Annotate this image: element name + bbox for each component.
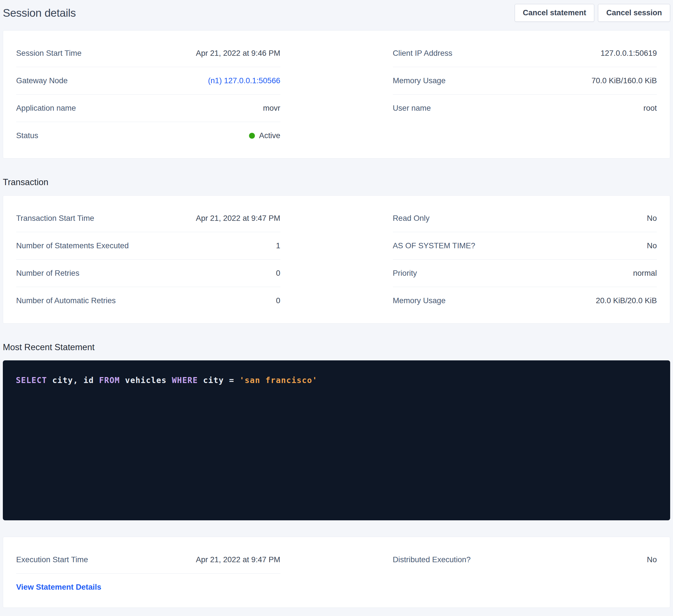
row-value: movr bbox=[263, 103, 280, 113]
transaction-start-time-row: Transaction Start Time Apr 21, 2022 at 9… bbox=[16, 205, 280, 232]
transaction-left-column: Transaction Start Time Apr 21, 2022 at 9… bbox=[16, 205, 280, 314]
number-of-retries-row: Number of Retries 0 bbox=[16, 260, 280, 287]
sql-token-string: 'san francisco' bbox=[239, 376, 317, 385]
as-of-system-time-row: AS OF SYSTEM TIME? No bbox=[393, 232, 657, 260]
distributed-execution-row: Distributed Execution? No bbox=[393, 546, 657, 573]
sql-token-keyword: FROM bbox=[99, 376, 120, 385]
row-value: root bbox=[644, 103, 657, 113]
execution-card: Execution Start Time Apr 21, 2022 at 9:4… bbox=[3, 537, 670, 608]
transaction-card: Transaction Start Time Apr 21, 2022 at 9… bbox=[3, 195, 670, 324]
active-status-dot-icon bbox=[249, 133, 255, 139]
row-label: Memory Usage bbox=[393, 76, 446, 85]
page-header: Session details Cancel statement Cancel … bbox=[3, 4, 670, 22]
statements-executed-row: Number of Statements Executed 1 bbox=[16, 232, 280, 260]
row-label: Number of Retries bbox=[16, 269, 79, 278]
row-value: Apr 21, 2022 at 9:47 PM bbox=[196, 555, 280, 564]
transaction-memory-usage-row: Memory Usage 20.0 KiB/20.0 KiB bbox=[393, 287, 657, 314]
row-label: Number of Statements Executed bbox=[16, 241, 129, 250]
sql-token-plain: city = bbox=[198, 376, 240, 385]
row-label: Read Only bbox=[393, 214, 430, 223]
row-value: 20.0 KiB/20.0 KiB bbox=[596, 296, 657, 305]
read-only-row: Read Only No bbox=[393, 205, 657, 232]
row-label: Distributed Execution? bbox=[393, 555, 471, 564]
execution-left-column: Execution Start Time Apr 21, 2022 at 9:4… bbox=[16, 546, 280, 601]
sql-token-plain: vehicles bbox=[120, 376, 172, 385]
sql-token-keyword: WHERE bbox=[172, 376, 198, 385]
view-statement-details-row: View Statement Details bbox=[16, 574, 280, 601]
sql-token-keyword: SELECT bbox=[16, 376, 47, 385]
session-summary-right-column: Client IP Address 127.0.0.1:50619 Memory… bbox=[393, 40, 657, 122]
row-value: 127.0.0.1:50619 bbox=[601, 49, 657, 58]
row-label: Transaction Start Time bbox=[16, 214, 94, 223]
page-title: Session details bbox=[3, 7, 76, 19]
row-label: Execution Start Time bbox=[16, 555, 88, 564]
sql-token-plain: city, id bbox=[47, 376, 99, 385]
row-label: Number of Automatic Retries bbox=[16, 296, 116, 305]
execution-start-time-row: Execution Start Time Apr 21, 2022 at 9:4… bbox=[16, 546, 280, 574]
row-value: normal bbox=[633, 269, 657, 278]
row-label: Memory Usage bbox=[393, 296, 446, 305]
application-name-row: Application name movr bbox=[16, 94, 280, 122]
status-value: Active bbox=[259, 131, 280, 140]
row-label: Client IP Address bbox=[393, 49, 452, 58]
client-ip-row: Client IP Address 127.0.0.1:50619 bbox=[393, 40, 657, 67]
row-value: No bbox=[647, 214, 657, 223]
gateway-node-row: Gateway Node (n1) 127.0.0.1:50566 bbox=[16, 67, 280, 94]
row-value: No bbox=[647, 555, 657, 564]
session-summary-card: Session Start Time Apr 21, 2022 at 9:46 … bbox=[3, 30, 670, 159]
row-label: Session Start Time bbox=[16, 49, 81, 58]
priority-row: Priority normal bbox=[393, 260, 657, 287]
row-label: Status bbox=[16, 131, 38, 140]
user-name-row: User name root bbox=[393, 94, 657, 122]
session-details-page: Session details Cancel statement Cancel … bbox=[0, 0, 673, 608]
most-recent-statement-heading: Most Recent Statement bbox=[3, 342, 670, 352]
row-value: No bbox=[647, 241, 657, 250]
execution-right-column: Distributed Execution? No bbox=[393, 546, 657, 573]
row-label: Application name bbox=[16, 103, 76, 113]
sql-statement: SELECT city, id FROM vehicles WHERE city… bbox=[16, 376, 657, 385]
session-start-time-row: Session Start Time Apr 21, 2022 at 9:46 … bbox=[16, 40, 280, 67]
row-label: AS OF SYSTEM TIME? bbox=[393, 241, 475, 250]
automatic-retries-row: Number of Automatic Retries 0 bbox=[16, 287, 280, 314]
row-value: Apr 21, 2022 at 9:46 PM bbox=[196, 49, 280, 58]
sql-code-block: SELECT city, id FROM vehicles WHERE city… bbox=[3, 360, 670, 520]
row-value: Apr 21, 2022 at 9:47 PM bbox=[196, 214, 280, 223]
cancel-statement-button[interactable]: Cancel statement bbox=[515, 4, 595, 22]
status-row: Status Active bbox=[16, 122, 280, 149]
view-statement-details-link[interactable]: View Statement Details bbox=[16, 583, 101, 592]
header-actions: Cancel statement Cancel session bbox=[515, 4, 670, 22]
session-memory-usage-row: Memory Usage 70.0 KiB/160.0 KiB bbox=[393, 67, 657, 94]
transaction-right-column: Read Only No AS OF SYSTEM TIME? No Prior… bbox=[393, 205, 657, 314]
cancel-session-button[interactable]: Cancel session bbox=[598, 4, 670, 22]
row-value: 1 bbox=[276, 241, 280, 250]
row-label: User name bbox=[393, 103, 431, 113]
gateway-node-link[interactable]: (n1) 127.0.0.1:50566 bbox=[208, 76, 280, 85]
row-value: 0 bbox=[276, 269, 280, 278]
row-label: Priority bbox=[393, 269, 417, 278]
row-label: Gateway Node bbox=[16, 76, 68, 85]
row-value: 70.0 KiB/160.0 KiB bbox=[592, 76, 657, 85]
status-badge: Active bbox=[249, 131, 280, 140]
session-summary-left-column: Session Start Time Apr 21, 2022 at 9:46 … bbox=[16, 40, 280, 149]
transaction-heading: Transaction bbox=[3, 177, 670, 188]
row-value: 0 bbox=[276, 296, 280, 305]
